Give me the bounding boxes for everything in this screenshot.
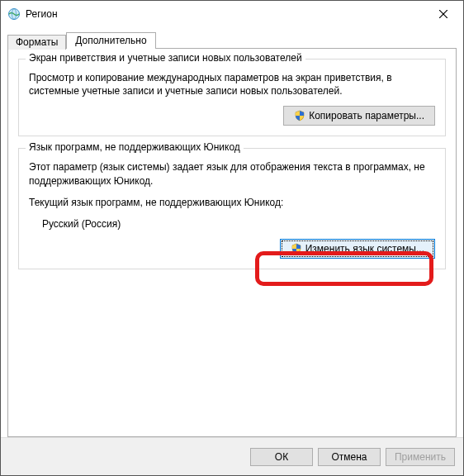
tab-formats[interactable]: Форматы [7,35,66,50]
dialog-footer: ОК Отмена Применить [1,437,463,475]
shield-icon [291,243,302,255]
window-title: Регион [26,8,424,20]
group-welcome-screen: Экран приветствия и учетные записи новых… [18,59,446,136]
cancel-button[interactable]: Отмена [318,448,381,466]
region-dialog: Регион Форматы Дополнительно Экран приве… [0,0,464,476]
current-language-label: Текущий язык программ, не поддерживающих… [29,196,435,209]
shield-icon [294,110,305,121]
tab-advanced[interactable]: Дополнительно [66,32,155,49]
current-language-value: Русский (Россия) [29,217,435,231]
copy-settings-label: Копировать параметры... [309,110,424,121]
apply-button[interactable]: Применить [386,448,455,466]
group-non-unicode-desc: Этот параметр (язык системы) задает язык… [29,160,435,187]
globe-icon [7,7,21,21]
change-system-locale-label: Изменить язык системы... [305,243,424,255]
tab-panel-advanced: Экран приветствия и учетные записи новых… [7,48,457,437]
copy-settings-button[interactable]: Копировать параметры... [283,106,435,126]
tab-strip: Форматы Дополнительно [7,31,457,48]
group-non-unicode-legend: Язык программ, не поддерживающих Юникод [26,141,244,153]
group-welcome-legend: Экран приветствия и учетные записи новых… [26,52,305,64]
change-system-locale-button[interactable]: Изменить язык системы... [280,239,435,259]
close-button[interactable] [424,2,462,26]
titlebar: Регион [1,1,463,27]
group-non-unicode: Язык программ, не поддерживающих Юникод … [18,148,446,269]
group-welcome-desc: Просмотр и копирование международных пар… [29,71,435,98]
content-area: Форматы Дополнительно Экран приветствия … [1,27,463,437]
ok-button[interactable]: ОК [250,448,313,466]
